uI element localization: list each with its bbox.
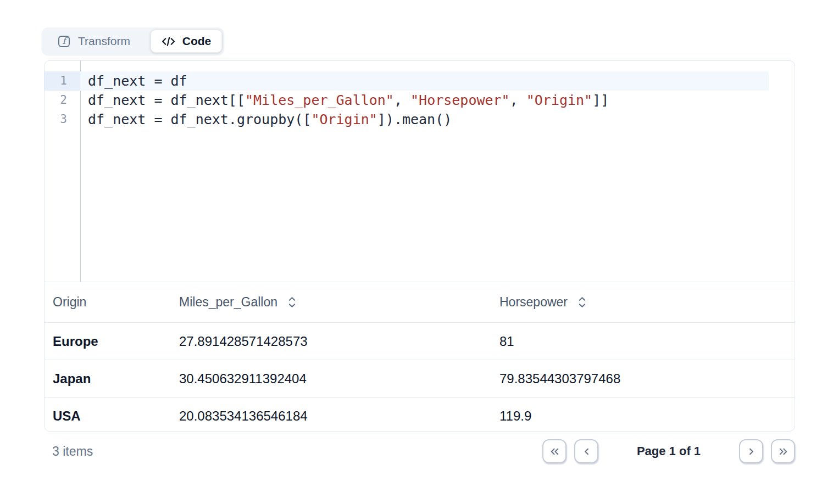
- chevrons-left-icon: [548, 445, 561, 458]
- column-label: Horsepower: [499, 295, 568, 310]
- column-header-horsepower[interactable]: Horsepower: [491, 295, 795, 310]
- string-token: "Horsepower": [410, 92, 510, 108]
- line-number: 2: [45, 91, 80, 110]
- table-row: Japan30.45063291139240479.83544303797468: [45, 360, 795, 397]
- cell-origin: USA: [45, 408, 171, 424]
- view-tab-group: f Transform Code: [42, 27, 224, 55]
- tab-transform[interactable]: f Transform: [42, 27, 130, 55]
- first-page-button[interactable]: [542, 439, 567, 463]
- cell-horsepower: 119.9: [491, 408, 795, 424]
- cell-origin: Japan: [45, 371, 171, 387]
- cell-miles-per-gallon: 30.450632911392404: [171, 371, 491, 387]
- cell-miles-per-gallon: 27.891428571428573: [171, 334, 491, 349]
- line-text[interactable]: df_next = df_next.groupby(["Origin"]).me…: [80, 110, 769, 129]
- code-editor[interactable]: 1df_next = df2df_next = df_next[["Miles_…: [45, 61, 795, 282]
- code-token: ]).mean(): [377, 111, 452, 127]
- column-header-miles-per-gallon[interactable]: Miles_per_Gallon: [171, 295, 491, 310]
- page-indicator: Page 1 of 1: [606, 444, 731, 458]
- code-and-result-panel: 1df_next = df2df_next = df_next[["Miles_…: [44, 60, 795, 432]
- result-table-body: Europe27.89142857142857381Japan30.450632…: [45, 323, 795, 432]
- code-token: df_next = df_next.groupby([: [88, 111, 311, 127]
- sort-updown-icon[interactable]: [287, 296, 297, 309]
- function-icon: f: [58, 36, 70, 47]
- table-row: Europe27.89142857142857381: [45, 323, 795, 360]
- code-token: df_next = df_next[[: [88, 92, 245, 108]
- last-page-button[interactable]: [771, 439, 795, 463]
- cell-horsepower: 79.83544303797468: [491, 371, 795, 387]
- code-token: ]]: [592, 92, 609, 108]
- prev-page-button[interactable]: [574, 439, 598, 463]
- cell-origin: Europe: [45, 334, 171, 349]
- table-footer: 3 items Page 1 of 1: [44, 437, 795, 466]
- pagination: Page 1 of 1: [542, 439, 795, 463]
- chevron-left-icon: [580, 445, 593, 458]
- code-token: ,: [510, 92, 526, 108]
- line-number: 1: [45, 71, 80, 91]
- line-number: 3: [45, 110, 80, 129]
- tab-code-label: Code: [182, 35, 212, 48]
- code-token: df_next = df: [88, 73, 187, 89]
- code-line[interactable]: 3df_next = df_next.groupby(["Origin"]).m…: [45, 110, 795, 129]
- line-text[interactable]: df_next = df_next[["Miles_per_Gallon", "…: [80, 91, 769, 110]
- cell-miles-per-gallon: 20.083534136546184: [171, 408, 491, 424]
- line-text[interactable]: df_next = df: [80, 71, 769, 91]
- column-header-origin: Origin: [45, 295, 171, 310]
- table-row: USA20.083534136546184119.9: [45, 397, 795, 432]
- code-token: ,: [394, 92, 410, 108]
- tab-transform-label: Transform: [78, 35, 130, 48]
- string-token: "Miles_per_Gallon": [245, 92, 394, 108]
- cell-horsepower: 81: [491, 334, 795, 349]
- code-line[interactable]: 2df_next = df_next[["Miles_per_Gallon", …: [45, 91, 795, 110]
- tab-code[interactable]: Code: [151, 30, 222, 53]
- column-label: Miles_per_Gallon: [179, 295, 277, 310]
- items-count: 3 items: [52, 444, 93, 459]
- column-label: Origin: [53, 295, 86, 310]
- code-icon: [162, 36, 175, 47]
- string-token: "Origin": [526, 92, 592, 108]
- next-page-button[interactable]: [739, 439, 763, 463]
- sort-updown-icon[interactable]: [577, 296, 587, 309]
- chevrons-right-icon: [777, 445, 790, 458]
- code-lines: 1df_next = df2df_next = df_next[["Miles_…: [45, 61, 795, 129]
- result-table-header: Origin Miles_per_Gallon Horsepower: [45, 282, 795, 323]
- chevron-right-icon: [745, 445, 758, 458]
- string-token: "Origin": [311, 111, 377, 127]
- code-line[interactable]: 1df_next = df: [45, 71, 795, 91]
